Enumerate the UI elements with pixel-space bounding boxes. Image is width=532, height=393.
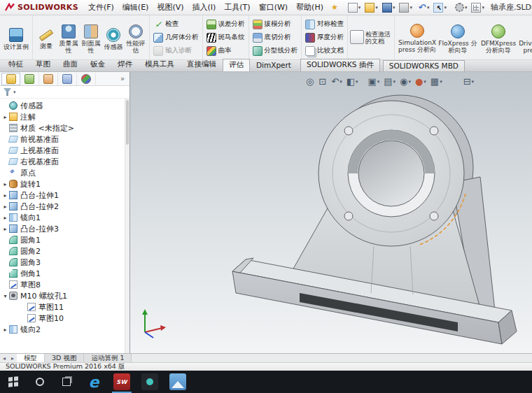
start-button[interactable] (0, 371, 27, 393)
tree-item[interactable]: 圆角3 (1, 257, 124, 268)
open-folder-icon[interactable]: ▾ (363, 1, 380, 14)
apply-scene-icon[interactable]: ▦ ▾ (428, 76, 444, 87)
zoom-area-icon[interactable]: ⊡ (316, 76, 329, 87)
search-button[interactable] (27, 371, 53, 393)
deviation-analysis-button[interactable]: 误差分析 (205, 17, 246, 31)
command-tab[interactable]: SOLIDWORKS MBD (383, 60, 465, 71)
simulationxpress-button[interactable]: SimulationXpress 分析向导 (397, 21, 438, 54)
solidworks-icon[interactable]: SW (108, 371, 136, 393)
compare-documents-button[interactable]: 比较文档 (304, 44, 345, 57)
tree-expander-icon[interactable]: ▸ (1, 215, 9, 221)
tree-item[interactable]: 圆角2 (1, 245, 124, 257)
favorites-star-icon[interactable]: ★ (331, 3, 338, 12)
filter-dropdown-arrow-icon[interactable]: ▾ (13, 90, 16, 95)
menu-item[interactable]: 视图(V) (153, 1, 188, 14)
mass-properties-button[interactable]: 质量属性 (57, 22, 80, 54)
new-file-icon[interactable]: ▾ (346, 1, 363, 14)
section-view-icon[interactable]: ◧ ▾ (344, 76, 360, 87)
hide-show-items-icon[interactable]: ◉ ▾ (398, 76, 413, 87)
previous-view-icon[interactable]: ↶ ▾ (329, 76, 344, 87)
tree-item[interactable]: ▸ 镜向1 (1, 212, 124, 223)
panel-expand-chevron-icon[interactable]: » (117, 75, 128, 83)
command-tab[interactable]: DimXpert (250, 59, 298, 71)
check-active-document-button[interactable]: 检查激活的文档 (350, 30, 392, 45)
menu-item[interactable]: 文件(F) (84, 1, 118, 14)
command-tab[interactable]: 特征 (2, 58, 29, 71)
select-arrow-icon[interactable]: ▾ (431, 1, 449, 14)
tree-expander-icon[interactable]: ▾ (1, 293, 9, 299)
floxpress-button[interactable]: FloXpress 分析向导 (438, 22, 478, 54)
print-icon[interactable]: ▾ (397, 1, 414, 14)
displaymanager-icon[interactable] (77, 73, 96, 85)
menu-item[interactable]: 窗口(W) (255, 1, 292, 14)
tree-item[interactable]: 传感器 (1, 100, 124, 111)
tree-item[interactable]: 前视基准面 (1, 134, 124, 145)
edge-icon[interactable]: e (80, 371, 108, 393)
tab-scroll-left-icon[interactable]: ◂ (0, 354, 8, 362)
tree-item[interactable]: ▸ 注解 (1, 111, 124, 122)
symmetry-check-button[interactable]: 对称检查 (304, 17, 345, 31)
tree-expander-icon[interactable]: ▸ (1, 203, 9, 210)
design-study-button[interactable]: 设计算例 (2, 25, 30, 50)
tree-item[interactable]: 草图11 (1, 301, 124, 313)
menu-item[interactable]: 编辑(E) (118, 1, 153, 14)
document-tab[interactable]: 模型 (17, 354, 45, 362)
tree-expander-icon[interactable]: ▸ (1, 226, 9, 232)
tree-expander-icon[interactable]: ▸ (1, 327, 9, 333)
command-tab[interactable]: 钣金 (84, 58, 111, 71)
zoom-fit-icon[interactable]: ◎ (304, 76, 316, 87)
options-gear-icon[interactable]: ▾ (453, 1, 470, 14)
command-tab[interactable]: 评估 (223, 59, 250, 71)
graphics-viewport[interactable]: ◎ ⊡ ↶ ▾ ◧ ▾ ▣ ▾ ▤ (130, 72, 532, 353)
tree-item[interactable]: 倒角1 (1, 268, 124, 279)
section-properties-button[interactable]: 剖面属性 (80, 22, 102, 54)
geometry-analysis-button[interactable]: 几何体分析 (152, 31, 200, 44)
view-settings-icon[interactable]: ⊟ ▾ (461, 76, 476, 87)
document-tab[interactable]: 运动算例 1 (84, 354, 132, 362)
task-view-button[interactable] (53, 371, 80, 393)
driveworksxpress-button[interactable]: DriveWorksXpress 向导 (519, 22, 532, 54)
save-icon[interactable]: ▾ (380, 1, 398, 14)
propertymanager-icon[interactable] (20, 73, 39, 85)
command-tab[interactable]: 模具工具 (139, 58, 181, 71)
sensor-button[interactable]: 传感器 (102, 25, 125, 50)
curvature-button[interactable]: 曲率 (205, 44, 246, 57)
tree-item[interactable]: 原点 (1, 167, 124, 178)
view-orientation-icon[interactable]: ▣ ▾ (365, 76, 382, 87)
undercut-analysis-button[interactable]: 底切分析 (251, 31, 300, 44)
tree-item[interactable]: ▸ 旋转1 (1, 178, 124, 190)
thickness-analysis-button[interactable]: 厚度分析 (304, 31, 345, 44)
dfmxpress-button[interactable]: DFMXpress 分析向导 (478, 22, 519, 54)
zebra-stripes-button[interactable]: 斑马条纹 (205, 31, 246, 44)
tree-item[interactable]: 草图10 (1, 313, 124, 324)
command-tab[interactable]: 草图 (29, 58, 57, 71)
tree-item[interactable]: 材质 <未指定> (1, 122, 124, 134)
tree-item[interactable]: 圆角1 (1, 234, 124, 245)
tree-item[interactable]: 上视基准面 (1, 145, 124, 156)
parting-line-analysis-button[interactable]: 分型线分析 (251, 44, 300, 57)
measure-button[interactable]: 测量 (35, 25, 57, 50)
menu-item[interactable]: 插入(I) (188, 1, 220, 14)
display-style-icon[interactable]: ▤ ▾ (382, 76, 398, 87)
menu-item[interactable]: 工具(T) (220, 1, 254, 14)
tree-item[interactable]: ▾ M10 螺纹孔1 (1, 290, 124, 301)
check-button[interactable]: 检查 (152, 17, 200, 31)
featuremanager-tree-icon[interactable] (1, 73, 20, 85)
command-tab[interactable]: 焊件 (111, 58, 139, 71)
display-grid-icon[interactable]: ▾ (469, 1, 486, 14)
tree-item[interactable]: ▸ 凸台-拉伸1 (1, 190, 124, 201)
tree-item[interactable]: ▸ 镜向2 (1, 324, 124, 335)
import-diagnostics-button[interactable]: 输入诊断 (152, 44, 200, 57)
performance-evaluation-button[interactable]: 性能评估 (125, 22, 147, 54)
edit-appearance-icon[interactable]: ● ▾ (413, 76, 428, 87)
document-tab[interactable]: 3D 视图 (45, 354, 84, 362)
tree-expander-icon[interactable]: ▸ (1, 181, 9, 187)
command-tab[interactable]: SOLIDWORKS 插件 (300, 59, 380, 71)
media-app-icon[interactable] (136, 371, 164, 393)
tree-item[interactable]: ▸ 凸台-拉伸2 (1, 201, 124, 212)
tree-item[interactable]: 右视基准面 (1, 156, 124, 167)
tree-expander-icon[interactable]: ▸ (1, 192, 9, 199)
command-tab[interactable]: 直接编辑 (181, 58, 223, 71)
photos-icon[interactable] (164, 371, 192, 393)
tab-scroll-right-icon[interactable]: ▸ (8, 354, 17, 362)
